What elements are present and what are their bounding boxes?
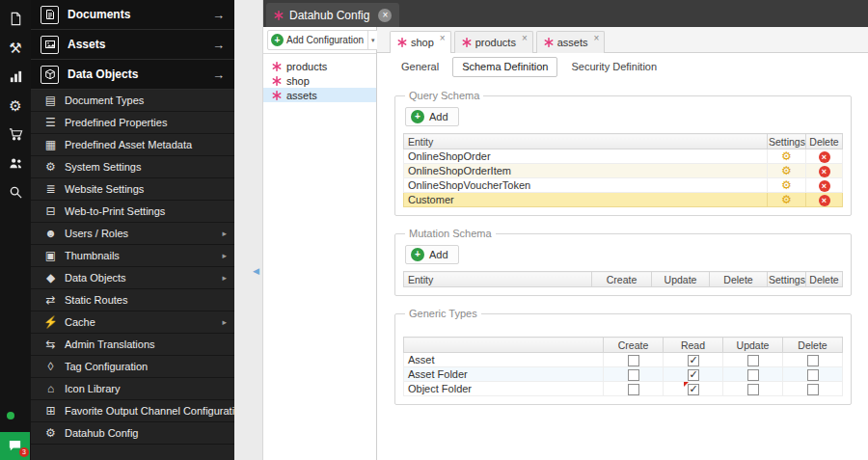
column-header-name[interactable]	[404, 338, 604, 353]
row-settings-icon[interactable]: ⚙	[781, 149, 792, 163]
tools-icon[interactable]: ⚒	[0, 33, 31, 62]
checkbox-asset-folder-update[interactable]	[747, 369, 759, 381]
checkbox-object-folder-delete[interactable]	[807, 384, 819, 395]
checkbox-object-folder-read[interactable]	[688, 384, 699, 395]
row-settings-icon[interactable]: ⚙	[781, 164, 792, 177]
checkbox-asset-folder-read[interactable]	[688, 369, 699, 381]
checkbox-asset-folder-delete[interactable]	[807, 369, 819, 381]
menu-item-predefined-properties[interactable]: ☰ Predefined Properties	[31, 112, 234, 134]
subtab-security-definition[interactable]: Security Definition	[561, 57, 666, 77]
table-row[interactable]: Asset	[404, 353, 843, 367]
menu-item-favorite-output-channel-configurations[interactable]: ⊞ Favorite Output Channel Configurations	[31, 400, 234, 422]
table-row[interactable]: OnlineShopVoucherToken ⚙ ×	[404, 178, 843, 193]
menu-item-datahub-config[interactable]: ⚙ Datahub Config	[31, 422, 234, 445]
menu-documents[interactable]: Documents →	[31, 0, 234, 30]
tab-assets[interactable]: assets ×	[536, 31, 606, 53]
users-icon[interactable]	[0, 149, 31, 177]
row-delete-icon[interactable]: ×	[819, 166, 830, 177]
column-header-create[interactable]: Create	[592, 272, 652, 287]
list-item-products[interactable]: products	[263, 59, 376, 73]
column-header-entity[interactable]: Entity	[404, 134, 768, 149]
menu-data-objects[interactable]: Data Objects →	[31, 60, 234, 90]
column-header-settings[interactable]: Settings	[768, 272, 806, 287]
chat-badge: 3	[19, 447, 29, 457]
row-delete-icon[interactable]: ×	[819, 180, 830, 192]
menu-item-cache[interactable]: ⚡ Cache ▸	[31, 311, 234, 334]
table-row[interactable]: Asset Folder	[404, 367, 843, 382]
checkbox-asset-folder-create[interactable]	[628, 369, 639, 381]
tab-label: shop	[411, 37, 434, 48]
menu-item-website-settings[interactable]: ≣ Website Settings	[31, 178, 234, 201]
main-menu: Documents → Assets → Data Objects → ▤ Do…	[31, 0, 234, 460]
column-header-create[interactable]: Create	[604, 338, 664, 353]
menu-item-predefined-asset-metadata[interactable]: ▦ Predefined Asset Metadata	[31, 134, 234, 156]
datahub-icon	[272, 91, 282, 100]
row-delete-icon[interactable]: ×	[819, 195, 830, 206]
menu-item-web-to-print-settings[interactable]: ⊟ Web-to-Print Settings	[31, 201, 234, 223]
column-header-entity[interactable]: Entity	[404, 272, 592, 287]
table-row[interactable]: OnlineShopOrderItem ⚙ ×	[404, 164, 843, 178]
menu-item-admin-translations[interactable]: ⇆ Admin Translations	[31, 334, 234, 356]
mutation-schema-fieldset: Mutation Schema + Add Entity Create	[394, 228, 852, 296]
menu-assets[interactable]: Assets →	[31, 30, 234, 60]
checkbox-asset-update[interactable]	[747, 355, 759, 366]
tab-products[interactable]: products ×	[454, 31, 533, 53]
checkbox-asset-read[interactable]	[688, 355, 699, 366]
dirty-cell	[664, 382, 723, 396]
list-item-shop[interactable]: shop	[263, 73, 376, 88]
column-header-delete[interactable]: Delete	[710, 272, 768, 287]
collapse-left-icon[interactable]: ◀	[253, 266, 259, 276]
close-icon[interactable]: ×	[440, 33, 446, 43]
column-header-update[interactable]: Update	[723, 338, 783, 353]
subtab-general[interactable]: General	[392, 57, 448, 77]
ecommerce-cart-icon[interactable]	[0, 120, 31, 149]
add-configuration-button[interactable]: + Add Configuration ▾	[267, 30, 379, 50]
query-schema-add-button[interactable]: + Add	[405, 107, 459, 126]
table-row-selected[interactable]: Customer ⚙ ×	[404, 193, 843, 207]
checkbox-asset-create[interactable]	[628, 355, 639, 366]
settings-gear-icon[interactable]: ⚙	[0, 91, 31, 120]
column-header-delete[interactable]: Delete	[783, 338, 843, 353]
search-icon[interactable]	[0, 177, 31, 206]
list-item-assets[interactable]: assets	[263, 88, 376, 102]
cache-icon: ⚡	[42, 315, 59, 329]
window-tab-datahub-config[interactable]: Datahub Config ×	[266, 3, 399, 27]
data-objects-icon: ◆	[42, 271, 59, 284]
checkbox-object-folder-update[interactable]	[747, 384, 759, 395]
chat-button[interactable]: 3	[0, 432, 30, 460]
table-row[interactable]: OnlineShopOrder ⚙ ×	[404, 149, 843, 164]
nav-splitter[interactable]: ◀	[234, 0, 263, 460]
menu-item-system-settings[interactable]: ⚙ System Settings	[31, 156, 234, 178]
menu-item-document-types[interactable]: ▤ Document Types	[31, 90, 234, 112]
checkbox-asset-delete[interactable]	[807, 355, 819, 366]
close-icon[interactable]: ×	[378, 9, 392, 22]
row-settings-icon[interactable]: ⚙	[781, 193, 792, 206]
menu-item-thumbnails[interactable]: ▣ Thumbnails ▸	[31, 245, 234, 267]
menu-item-data-objects[interactable]: ◆ Data Objects ▸	[31, 267, 234, 289]
column-header-delete[interactable]: Delete	[806, 134, 843, 149]
icon-library-icon: ⌂	[42, 382, 59, 395]
file-icon[interactable]	[0, 4, 31, 33]
assets-icon	[41, 36, 59, 54]
column-header-update[interactable]: Update	[652, 272, 710, 287]
column-header-delete[interactable]: Delete	[806, 272, 843, 287]
menu-item-icon-library[interactable]: ⌂ Icon Library	[31, 378, 234, 400]
column-header-read[interactable]: Read	[664, 338, 723, 353]
subtab-schema-definition[interactable]: Schema Definition	[452, 57, 557, 77]
caret-down-icon[interactable]: ▾	[367, 31, 375, 49]
tab-shop[interactable]: shop ×	[390, 31, 451, 53]
menu-item-tag-configuration[interactable]: ◊ Tag Configuration	[31, 356, 234, 378]
menu-item-users-roles[interactable]: ☻ Users / Roles ▸	[31, 223, 234, 245]
row-settings-icon[interactable]: ⚙	[781, 178, 792, 192]
menu-item-static-routes[interactable]: ⇄ Static Routes	[31, 289, 234, 311]
column-header-settings[interactable]: Settings	[768, 134, 806, 149]
table-row[interactable]: Object Folder	[404, 382, 843, 396]
close-icon[interactable]: ×	[522, 33, 528, 43]
row-delete-icon[interactable]: ×	[819, 151, 830, 163]
menu-item-label: Icon Library	[65, 383, 120, 394]
statistics-icon[interactable]	[0, 62, 31, 91]
close-icon[interactable]: ×	[594, 33, 600, 43]
checkbox-object-folder-create[interactable]	[628, 384, 639, 395]
entity-tabstrip: shop × products × assets ×	[377, 27, 868, 53]
mutation-schema-add-button[interactable]: + Add	[405, 245, 459, 264]
